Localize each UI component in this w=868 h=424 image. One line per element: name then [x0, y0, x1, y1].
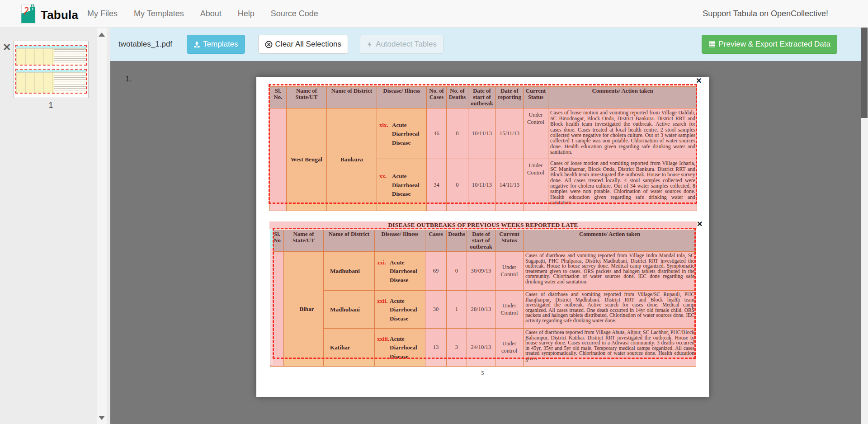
nav-source-code[interactable]: Source Code — [271, 9, 318, 19]
clear-all-selections-button[interactable]: Clear All Selections — [258, 35, 348, 54]
mini-table-header — [16, 46, 86, 49]
preview-export-button[interactable]: Preview & Export Extracted Data — [702, 35, 837, 54]
selection-box-1[interactable] — [269, 84, 697, 204]
pdf-page-1[interactable]: Sl. No. Name of State/UT Name of Distric… — [256, 77, 709, 397]
document-viewer: 1. Sl. No. Name of State/UT Name of Dist… — [110, 61, 861, 424]
tabula-pdf-lock-logo-icon — [20, 5, 36, 25]
selection-2-close-icon[interactable]: ✕ — [697, 221, 703, 228]
remove-page-icon[interactable]: ✕ — [3, 42, 11, 52]
templates-button[interactable]: Templates — [187, 35, 245, 54]
nav-about[interactable]: About — [200, 9, 222, 19]
support-opencollective-link[interactable]: Support Tabula on OpenCollective! — [703, 0, 828, 28]
main-scrollbar-thumb[interactable] — [861, 28, 868, 118]
brand[interactable]: Tabula — [20, 5, 78, 25]
main-scrollbar[interactable] — [861, 28, 868, 424]
thumbnail-page-number: 1 — [0, 101, 102, 110]
mini-table-text — [54, 49, 86, 66]
circle-x-icon — [265, 41, 273, 48]
scroll-up-arrow-icon[interactable] — [99, 33, 105, 37]
mini-table-text — [54, 73, 86, 94]
nav-my-files[interactable]: My Files — [87, 9, 118, 19]
mini-table-left — [16, 49, 54, 66]
thumbnail-selection-2 — [15, 69, 87, 94]
pdf-page-footer-number: 5 — [256, 370, 709, 377]
mini-table-left — [16, 73, 54, 94]
toolbar: twotables_1.pdf Templates Clear All Sele… — [110, 28, 861, 61]
nav-links: My Files My Templates About Help Source … — [87, 0, 318, 28]
autodetect-tables-label: Autodetect Tables — [376, 40, 437, 49]
lightning-bolt-icon — [367, 41, 373, 48]
template-tray-icon — [193, 41, 200, 48]
mini-table-header — [16, 70, 86, 73]
nav-my-templates[interactable]: My Templates — [134, 9, 184, 19]
clear-all-selections-label: Clear All Selections — [275, 40, 341, 49]
thumbnail-selection-1 — [15, 45, 87, 66]
selection-1-close-icon[interactable]: ✕ — [696, 77, 702, 85]
sidebar-scroll-track[interactable] — [97, 28, 107, 424]
spreadsheet-icon — [708, 41, 716, 48]
templates-button-label: Templates — [203, 40, 238, 49]
page-1-thumbnail[interactable] — [13, 41, 89, 98]
preview-export-label: Preview & Export Extracted Data — [718, 40, 830, 49]
scroll-down-arrow-icon[interactable] — [99, 416, 105, 420]
viewer-page-marker: 1. — [125, 75, 132, 84]
selection-box-2[interactable] — [273, 228, 696, 359]
page-thumbnails-sidebar: ✕ 1 — [0, 28, 110, 424]
top-navbar: Tabula My Files My Templates About Help … — [0, 0, 868, 28]
autodetect-tables-button-disabled[interactable]: Autodetect Tables — [360, 35, 443, 54]
brand-title: Tabula — [41, 8, 78, 22]
nav-help[interactable]: Help — [238, 9, 255, 19]
open-filename: twotables_1.pdf — [118, 40, 172, 49]
